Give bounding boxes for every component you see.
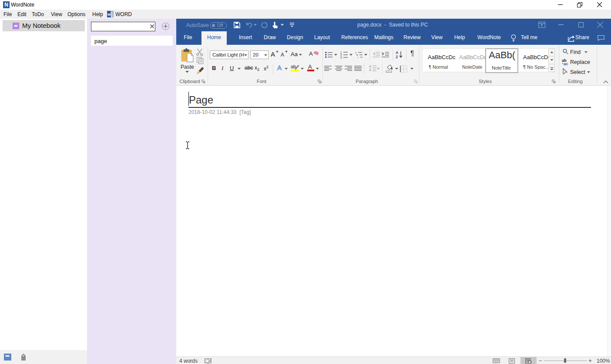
- svg-text:i: i: [358, 56, 358, 58]
- svg-text:3: 3: [340, 56, 342, 59]
- svg-text:w: w: [107, 12, 111, 17]
- svg-text:A: A: [396, 50, 399, 55]
- svg-text:Z: Z: [396, 55, 398, 59]
- svg-text:ac: ac: [564, 62, 568, 65]
